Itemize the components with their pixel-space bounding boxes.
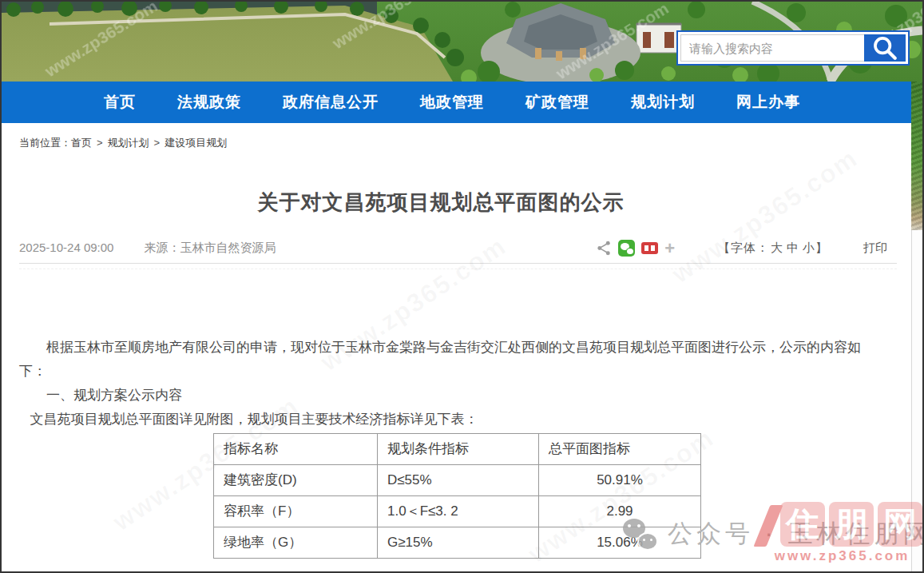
share-toolbar: + [597, 240, 675, 257]
cell-condition: G≥15% [378, 527, 539, 559]
table-header-plan: 总平面图指标 [539, 434, 701, 465]
nav-item-land[interactable]: 地政管理 [420, 92, 484, 113]
search-widget [676, 30, 910, 66]
browser-viewport: www.zp365.com www.zp365.com www.zp365.co… [0, 0, 924, 573]
breadcrumb-home[interactable]: 首页 [71, 137, 92, 149]
share-icon[interactable] [597, 241, 612, 256]
content-area: 当前位置：首页>规划计划>建设项目规划 关于对文昌苑项目规划总平面图的公示 20… [2, 123, 911, 571]
article-meta: 2025-10-24 09:00 来源：玉林市自然资源局 + 【字 [19, 240, 887, 257]
font-size-label: 【字体： [718, 241, 769, 254]
page-right-margin [911, 230, 924, 571]
paragraph-section-heading: 一、规划方案公示内容 [19, 384, 879, 408]
font-size-control: 【字体：大中小】 [718, 241, 830, 256]
cell-indicator: 绿地率（G） [214, 527, 378, 559]
cell-indicator: 容积率（F） [214, 496, 378, 527]
paragraph: 文昌苑项目规划总平面图详见附图，规划项目主要技术经济指标详见下表： [19, 408, 879, 432]
breadcrumb-separator: > [154, 137, 161, 149]
nav-item-laws[interactable]: 法规政策 [177, 92, 241, 113]
font-size-small-button[interactable]: 小】 [803, 241, 828, 254]
article-source: 来源：玉林市自然资源局 [144, 241, 276, 256]
cell-value: 50.91% [539, 465, 701, 496]
nav-item-home[interactable]: 首页 [104, 92, 136, 113]
cell-condition: 1.0＜F≤3. 2 [378, 496, 539, 527]
background-photo-edge [911, 82, 924, 230]
search-input[interactable] [680, 34, 864, 62]
indicators-table: 指标名称 规划条件指标 总平面图指标 建筑密度(D) D≤55% 50.91% … [213, 433, 701, 559]
cell-value: 2.99 [539, 496, 701, 527]
toutiao-share-icon[interactable] [641, 242, 658, 254]
table-row: 容积率（F） 1.0＜F≤3. 2 2.99 [214, 496, 701, 527]
meta-divider [19, 263, 897, 264]
table-row: 建筑密度(D) D≤55% 50.91% [214, 465, 701, 496]
table-row: 绿地率（G） G≥15% 15.06% [214, 527, 701, 559]
publish-date: 2025-10-24 09:00 [19, 241, 113, 256]
table-header-condition: 规划条件指标 [378, 434, 539, 465]
breadcrumb-section[interactable]: 规划计划 [108, 137, 149, 149]
meta-divider-dashed [19, 269, 897, 269]
cell-value: 15.06% [539, 527, 701, 559]
cell-condition: D≤55% [378, 465, 539, 496]
more-share-icon[interactable]: + [664, 243, 675, 254]
search-icon [864, 34, 906, 62]
print-button[interactable]: 打印 [863, 241, 887, 256]
paragraph: 根据玉林市至顺房地产有限公司的申请，现对位于玉林市金棠路与金吉街交汇处西侧的文昌… [19, 336, 879, 384]
nav-item-planning[interactable]: 规划计划 [631, 92, 695, 113]
breadcrumb: 当前位置：首页>规划计划>建设项目规划 [19, 136, 227, 150]
font-size-large-button[interactable]: 大 [771, 241, 783, 254]
breadcrumb-separator: > [97, 137, 103, 149]
table-header-row: 指标名称 规划条件指标 总平面图指标 [214, 434, 701, 465]
wechat-share-icon[interactable] [618, 240, 635, 257]
search-button[interactable] [864, 34, 906, 62]
nav-item-online[interactable]: 网上办事 [736, 92, 800, 113]
nav-item-mining[interactable]: 矿政管理 [525, 92, 589, 113]
cell-indicator: 建筑密度(D) [214, 465, 378, 496]
breadcrumb-label: 当前位置： [19, 137, 71, 149]
banner-photo: www.zp365.com www.zp365.com www.zp365.co… [2, 2, 922, 82]
nav-item-gov-info[interactable]: 政府信息公开 [283, 92, 379, 113]
breadcrumb-current[interactable]: 建设项目规划 [165, 137, 227, 149]
page-title: 关于对文昌苑项目规划总平面图的公示 [2, 189, 880, 217]
font-size-medium-button[interactable]: 中 [787, 241, 799, 254]
main-nav: 首页 法规政策 政府信息公开 地政管理 矿政管理 规划计划 网上办事 [2, 82, 911, 123]
table-header-name: 指标名称 [214, 434, 378, 465]
article-body: 根据玉林市至顺房地产有限公司的申请，现对位于玉林市金棠路与金吉街交汇处西侧的文昌… [19, 336, 879, 559]
